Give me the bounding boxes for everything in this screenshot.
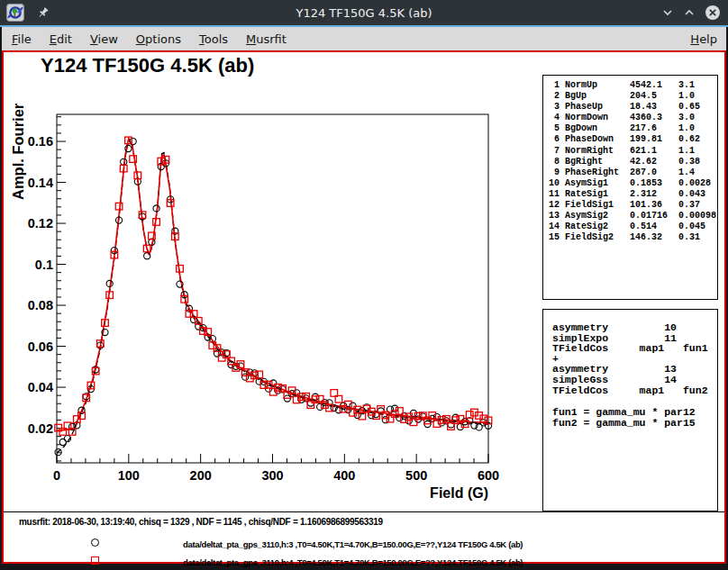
- maximize-button[interactable]: [683, 6, 696, 19]
- x-axis-title: Field (G): [430, 485, 488, 501]
- param-row: 4 NormDown 4360.3 3.0: [549, 113, 717, 123]
- legend-label: data/deltat_pta_gps_3110,h:4 ,T0=4.50K,T…: [183, 557, 523, 567]
- minimize-button[interactable]: [661, 6, 674, 19]
- menu-item-file[interactable]: File: [3, 31, 41, 48]
- x-tick-label: 100: [118, 468, 140, 483]
- application-window: Y124 TF150G 4.5K (ab) FileEditViewOption…: [0, 0, 728, 570]
- y-axis-title: Ampl. Fourier: [10, 103, 26, 200]
- param-row: 3 PhaseUp 18.43 0.65: [549, 102, 717, 113]
- theory-line: TFieldCos map1 fun2: [552, 385, 717, 396]
- param-row: 2 BgUp 204.5 1.0: [549, 91, 717, 102]
- info-pad: musrfit: 2018-06-30, 13:19:40, chisq = 1…: [4, 511, 724, 562]
- legend-label: data/deltat_pta_gps_3110,h:3 ,T0=4.50K,T…: [183, 539, 523, 549]
- window-titlebar[interactable]: Y124 TF150G 4.5K (ab): [0, 0, 728, 25]
- y-tick-label: 0.14: [28, 176, 53, 190]
- x-tick-label: 200: [190, 468, 212, 483]
- param-row: 7 NormRight 621.1 1.1: [549, 146, 717, 157]
- y-tick-label: 0.1: [35, 258, 53, 272]
- legend-square-marker-icon: [91, 556, 99, 565]
- param-row: 1 NormUp 4542.1 3.1: [549, 80, 717, 91]
- y-tick-label: 0.06: [28, 339, 53, 354]
- data-point-circle: [59, 439, 66, 445]
- parameter-box[interactable]: 1 NormUp 4542.1 3.1 2 BgUp 204.5 1.0 3 P…: [542, 75, 718, 300]
- param-row: 13 AsymSig2 0.01716 0.00098: [549, 211, 717, 222]
- theory-box[interactable]: asymmetry 10simplExpo 11TFieldCos map1 f…: [542, 309, 718, 511]
- param-row: 6 PhaseDown 199.81 0.62: [549, 134, 717, 145]
- theory-line: TFieldCos map1 fun1: [552, 343, 717, 354]
- fit-info-text: musrfit: 2018-06-30, 13:19:40, chisq = 1…: [19, 517, 383, 527]
- param-row: 15 FieldSig2 146.32 0.31: [549, 232, 717, 243]
- legend-circle-marker-icon: [91, 538, 99, 547]
- y-tick-label: 0.08: [28, 298, 53, 312]
- menu-item-view[interactable]: View: [81, 31, 127, 48]
- param-row: 5 BgDown 217.6 1.0: [549, 123, 717, 134]
- y-tick-label: 0.12: [28, 216, 53, 231]
- theory-line: fun2 = gamma_mu * par15: [552, 418, 717, 429]
- menu-item-help[interactable]: Help: [681, 31, 726, 48]
- theory-line: simpleGss 14: [552, 375, 717, 385]
- data-point-circle: [312, 394, 318, 400]
- x-tick-label: 400: [333, 468, 355, 483]
- x-tick-label: 0: [53, 468, 60, 483]
- param-row: 12 FieldSig1 101.36 0.37: [549, 200, 717, 211]
- x-tick-label: 600: [478, 468, 499, 483]
- window-title: Y124 TF150G 4.5K (ab): [0, 6, 728, 20]
- data-point-square: [466, 412, 473, 419]
- legend-entry: data/deltat_pta_gps_3110,h:4 ,T0=4.50K,T…: [4, 555, 724, 569]
- y-tick-label: 0.04: [28, 380, 53, 394]
- y-tick-label: 0.02: [28, 421, 53, 436]
- legend-entry: data/deltat_pta_gps_3110,h:3 ,T0=4.50K,T…: [4, 537, 724, 551]
- x-tick-label: 500: [405, 468, 427, 483]
- data-point-circle: [144, 253, 150, 259]
- x-tick-label: 300: [261, 468, 283, 483]
- close-button[interactable]: [705, 5, 721, 21]
- theory-line: asymmetry 10: [552, 322, 717, 333]
- param-row: 9 PhaseRight 287.0 1.4: [549, 167, 717, 178]
- param-row: 8 BgRight 42.62 0.38: [549, 157, 717, 167]
- param-row: 14 RateSig2 0.514 0.045: [549, 222, 717, 232]
- y-tick-label: 0.16: [28, 134, 53, 149]
- menu-item-tools[interactable]: Tools: [190, 31, 237, 48]
- param-row: 11 RateSig1 2.312 0.043: [549, 189, 717, 200]
- theory-line: fun1 = gamma_mu * par12: [552, 407, 717, 418]
- data-point-square: [269, 388, 277, 395]
- param-row: 10 AsymSig1 0.1853 0.0028: [549, 178, 717, 189]
- menu-item-musrfit[interactable]: Musrfit: [237, 31, 296, 48]
- root-canvas[interactable]: Y124 TF150G 4.5K (ab) 010020030040050060…: [2, 50, 726, 564]
- menu-item-options[interactable]: Options: [127, 31, 190, 48]
- menubar: FileEditViewOptionsToolsMusrfitHelp: [2, 27, 726, 50]
- plot-frame: [57, 114, 488, 463]
- menu-item-edit[interactable]: Edit: [41, 31, 81, 48]
